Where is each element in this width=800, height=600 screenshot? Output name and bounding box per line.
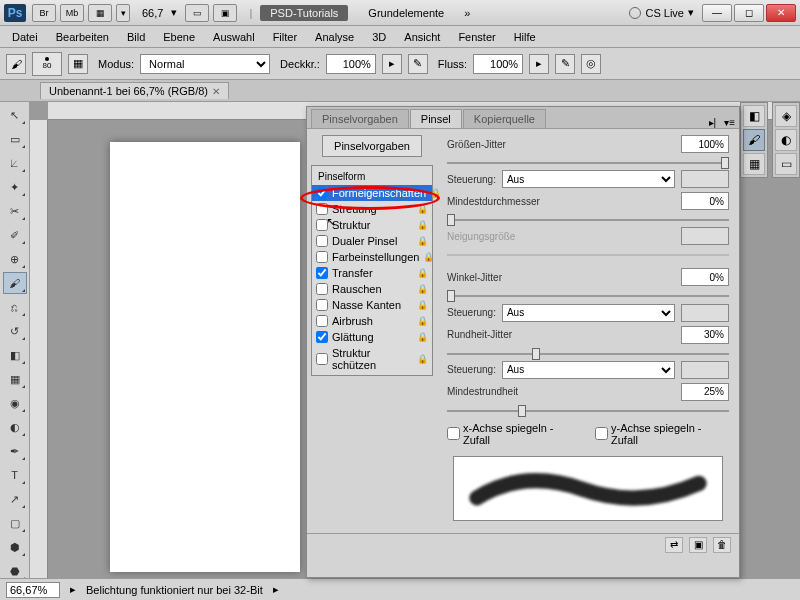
brush-option-checkbox[interactable] [316, 315, 328, 327]
dock-swatches-icon[interactable]: ▦ [743, 153, 765, 175]
tablet-size-icon[interactable]: ◎ [581, 54, 601, 74]
tool-preset-icon[interactable]: 🖌 [6, 54, 26, 74]
zoom-display[interactable]: 66,7 [142, 7, 163, 19]
lock-icon[interactable]: 🔒 [417, 236, 428, 246]
wand-tool[interactable]: ✦ [3, 176, 27, 198]
menu-analyse[interactable]: Analyse [307, 29, 362, 45]
flow-input[interactable] [473, 54, 523, 74]
lock-icon[interactable]: 🔒 [417, 300, 428, 310]
view-extras-arrow[interactable]: ▾ [116, 4, 130, 22]
view-extras-button[interactable]: ▦ [88, 4, 112, 22]
pen-tool[interactable]: ✒ [3, 440, 27, 462]
workspace-more[interactable]: » [464, 7, 470, 19]
workspace-1[interactable]: PSD-Tutorials [260, 5, 348, 21]
menu-datei[interactable]: Datei [4, 29, 46, 45]
rundheit-input[interactable] [681, 326, 729, 344]
ruler-vertical[interactable] [30, 120, 48, 600]
cslive-button[interactable]: CS Live ▾ [629, 6, 694, 19]
lock-icon[interactable]: 🔒 [417, 204, 428, 214]
close-tab-icon[interactable]: ✕ [212, 86, 220, 97]
brush-preview[interactable]: 80 [32, 52, 62, 76]
brush-tool[interactable]: 🖌 [3, 272, 27, 294]
canvas[interactable] [110, 142, 300, 572]
brush-option-checkbox[interactable] [316, 203, 328, 215]
lock-icon[interactable]: 🔒 [423, 252, 434, 262]
panel-menu-icon[interactable]: ▾≡ [720, 117, 739, 128]
history-brush-tool[interactable]: ↺ [3, 320, 27, 342]
lock-icon[interactable]: 🔒 [417, 284, 428, 294]
crop-tool[interactable]: ✂ [3, 200, 27, 222]
healing-tool[interactable]: ⊕ [3, 248, 27, 270]
mirror-y-checkbox[interactable]: y-Achse spiegeln - Zufall [595, 422, 729, 446]
brush-option-checkbox[interactable] [316, 283, 328, 295]
mindestrund-input[interactable] [681, 383, 729, 401]
menu-ebene[interactable]: Ebene [155, 29, 203, 45]
footer-new-icon[interactable]: ▣ [689, 537, 707, 553]
path-tool[interactable]: ↗ [3, 488, 27, 510]
tab-pinsel[interactable]: Pinsel [410, 109, 462, 128]
brush-option-struktur[interactable]: Struktur🔒 [312, 217, 432, 233]
rundheit-slider[interactable] [447, 348, 729, 355]
groessen-jitter-slider[interactable] [447, 157, 729, 164]
mindest-slider[interactable] [447, 214, 729, 221]
workspace-2[interactable]: Grundelemente [358, 5, 454, 21]
brush-option-checkbox[interactable] [316, 235, 328, 247]
brush-option-checkbox[interactable] [316, 353, 328, 365]
bridge-button[interactable]: Br [32, 4, 56, 22]
screen-mode-button[interactable]: ▣ [213, 4, 237, 22]
zoom-input[interactable] [6, 582, 60, 598]
mindest-input[interactable] [681, 192, 729, 210]
document-tab[interactable]: Unbenannt-1 bei 66,7% (RGB/8) ✕ [40, 82, 229, 99]
maximize-button[interactable]: ◻ [734, 4, 764, 22]
flow-arrow[interactable]: ▸ [529, 54, 549, 74]
minimize-button[interactable]: — [702, 4, 732, 22]
brush-option-checkbox[interactable] [316, 331, 328, 343]
opacity-input[interactable] [326, 54, 376, 74]
lock-icon[interactable]: 🔒 [417, 220, 428, 230]
status-more[interactable]: ▸ [273, 583, 279, 596]
tablet-opacity-icon[interactable]: ✎ [408, 54, 428, 74]
brush-option-struktur-schützen[interactable]: Struktur schützen🔒 [312, 345, 432, 373]
brush-option-streuung[interactable]: Streuung🔒↖ [312, 201, 432, 217]
lock-icon[interactable]: 🔒 [417, 332, 428, 342]
move-tool[interactable]: ↖ [3, 104, 27, 126]
3d-tool[interactable]: ⬢ [3, 536, 27, 558]
brush-option-rauschen[interactable]: Rauschen🔒 [312, 281, 432, 297]
footer-trash-icon[interactable]: 🗑 [713, 537, 731, 553]
brush-option-transfer[interactable]: Transfer🔒 [312, 265, 432, 281]
groessen-jitter-input[interactable] [681, 135, 729, 153]
mirror-x-checkbox[interactable]: x-Achse spiegeln - Zufall [447, 422, 581, 446]
steuerung-select-2[interactable]: Aus [502, 304, 675, 322]
arrange-button[interactable]: ▭ [185, 4, 209, 22]
brush-option-checkbox[interactable] [316, 299, 328, 311]
tab-kopierquelle[interactable]: Kopierquelle [463, 109, 546, 128]
menu-bild[interactable]: Bild [119, 29, 153, 45]
lock-icon[interactable]: 🔒 [417, 354, 428, 364]
panel-collapse-icon[interactable]: ▸| [705, 117, 721, 128]
zoom-arrow[interactable]: ▾ [171, 6, 177, 19]
gradient-tool[interactable]: ▦ [3, 368, 27, 390]
brush-option-nasse-kanten[interactable]: Nasse Kanten🔒 [312, 297, 432, 313]
steuerung-select-1[interactable]: Aus [502, 170, 675, 188]
dock-layers-icon[interactable]: ◈ [775, 105, 797, 127]
eyedropper-tool[interactable]: ✐ [3, 224, 27, 246]
brush-option-checkbox[interactable] [316, 187, 328, 199]
dodge-tool[interactable]: ◐ [3, 416, 27, 438]
shape-tool[interactable]: ▢ [3, 512, 27, 534]
menu-hilfe[interactable]: Hilfe [506, 29, 544, 45]
pinselvorgaben-button[interactable]: Pinselvorgaben [322, 135, 422, 157]
brush-option-checkbox[interactable] [316, 251, 328, 263]
brush-option-airbrush[interactable]: Airbrush🔒 [312, 313, 432, 329]
lock-icon[interactable]: 🔒 [417, 268, 428, 278]
dock-brush-icon[interactable]: 🖌 [743, 129, 765, 151]
brush-option-formeigenschaften[interactable]: Formeigenschaften🔒 [312, 185, 432, 201]
dock-color-icon[interactable]: ◧ [743, 105, 765, 127]
close-button[interactable]: ✕ [766, 4, 796, 22]
minibridge-button[interactable]: Mb [60, 4, 84, 22]
menu-fenster[interactable]: Fenster [450, 29, 503, 45]
brush-panel-toggle[interactable]: ▦ [68, 54, 88, 74]
dock-paths-icon[interactable]: ▭ [775, 153, 797, 175]
lasso-tool[interactable]: ⟀ [3, 152, 27, 174]
list-header[interactable]: Pinselform [312, 168, 432, 185]
tab-pinselvorgaben[interactable]: Pinselvorgaben [311, 109, 409, 128]
